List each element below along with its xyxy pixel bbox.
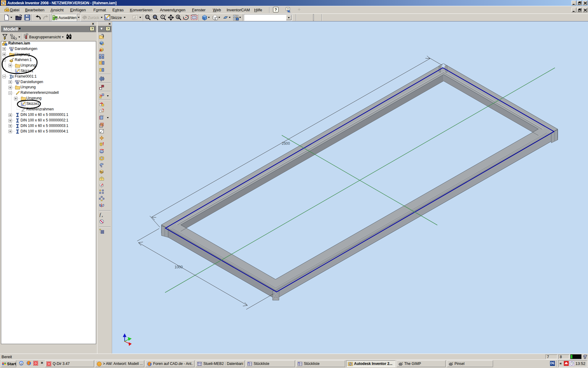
svg-text:?: ? [275,7,277,12]
svg-text::::: ::: [98,363,100,366]
svg-text:1000: 1000 [175,265,183,269]
svg-text:f: f [100,213,101,217]
svg-text:x: x [101,215,103,217]
svg-text:2500: 2500 [282,141,290,146]
svg-text:?: ? [107,27,109,31]
svg-text:?: ? [287,8,289,11]
